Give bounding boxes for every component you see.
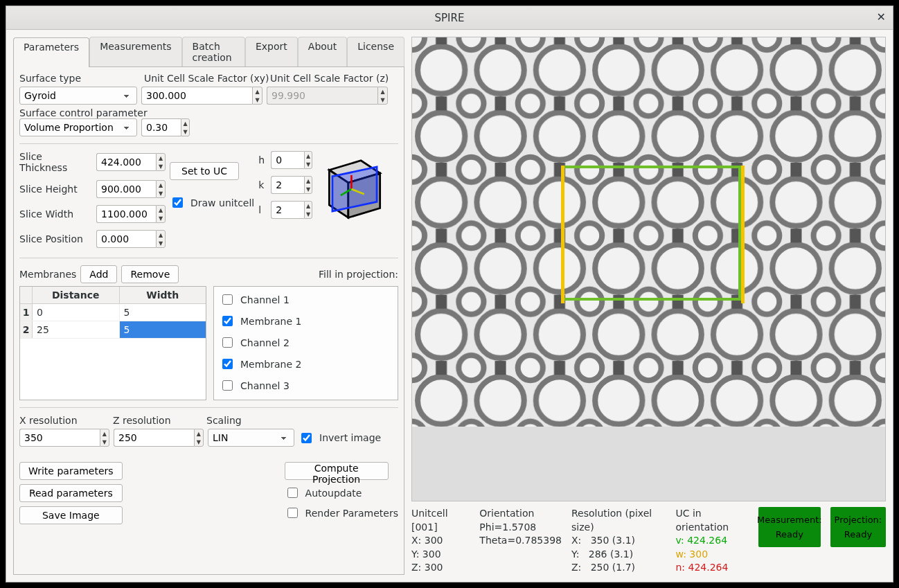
h-spin[interactable]: ▲▼ (271, 151, 312, 169)
surface-type-select[interactable]: Gyroid (19, 87, 137, 105)
tab-parameters[interactable]: Parameters (13, 37, 89, 67)
parameters-panel: Surface type Unit Cell Scale Factor (xy)… (13, 67, 404, 575)
write-params-button[interactable]: Write parameters (19, 462, 123, 480)
k-spin[interactable]: ▲▼ (271, 176, 312, 194)
uc-z-spin: ▲▼ (267, 87, 388, 105)
l-spin[interactable]: ▲▼ (271, 201, 312, 219)
channel1-check[interactable] (222, 294, 233, 305)
autoupdate-check[interactable] (287, 488, 298, 498)
surface-type-label: Surface type (19, 73, 144, 84)
h-label: h (258, 154, 267, 166)
zres-label: Z resolution (113, 415, 206, 426)
channel2-check[interactable] (222, 337, 233, 348)
down-icon: ▼ (378, 96, 387, 104)
table-row[interactable]: 1 0 5 (20, 304, 206, 321)
measurement-status-badge: Measurement: Ready (758, 507, 821, 547)
membrane-remove-button[interactable]: Remove (121, 265, 179, 283)
compute-projection-button[interactable]: Compute Projection (285, 462, 389, 480)
slice-width-spin[interactable]: ▲▼ (96, 205, 166, 223)
tab-measurements[interactable]: Measurements (89, 37, 181, 66)
l-label: l (258, 204, 267, 215)
close-icon[interactable]: ✕ (877, 10, 886, 24)
col-width: Width (120, 287, 206, 303)
slice-width-label: Slice Width (19, 208, 92, 220)
up-icon[interactable]: ▲ (253, 87, 262, 96)
slice-height-label: Slice Height (19, 184, 92, 195)
status-bar: Unitcell [001] X: 300 Y: 300 Z: 300 Orie… (411, 501, 886, 575)
scaling-select[interactable]: LIN (208, 429, 294, 447)
uc-title: Unitcell [001] (411, 507, 470, 534)
membranes-label: Membranes (19, 269, 76, 280)
unitcell-overlay (561, 166, 741, 301)
surface-ctrl-select[interactable]: Volume Proportion (19, 118, 137, 136)
zres-spin[interactable]: ▲▼ (114, 429, 204, 447)
up-icon[interactable]: ▲ (181, 119, 189, 127)
k-label: k (258, 179, 267, 190)
projection-preview (411, 37, 886, 501)
tab-license[interactable]: License (347, 37, 404, 66)
tab-about[interactable]: About (298, 37, 347, 66)
draw-unitcell-check[interactable] (172, 197, 183, 208)
slice-position-spin[interactable]: ▲▼ (96, 230, 166, 248)
membranes-table[interactable]: Distance Width 1 0 5 2 25 5 (19, 286, 206, 400)
uc-xy-spin[interactable]: ▲▼ (141, 87, 262, 105)
slice-height-spin[interactable]: ▲▼ (96, 180, 166, 198)
tabs: Parameters Measurements Batch creation E… (13, 37, 404, 67)
uc-xy-label: Unit Cell Scale Factor (xy) (144, 73, 270, 84)
surface-ctrl-input[interactable] (141, 118, 181, 136)
down-icon[interactable]: ▼ (253, 96, 262, 104)
xres-label: X resolution (19, 415, 113, 426)
uco-title: UC in orientation (676, 507, 749, 534)
uc-z-label: Unit Cell Scale Factor (z) (270, 73, 389, 84)
scaling-label: Scaling (206, 415, 242, 426)
uc-z-input (267, 87, 377, 105)
col-distance: Distance (33, 287, 120, 303)
membrane1-check[interactable] (222, 316, 233, 326)
invert-image-check[interactable] (301, 433, 312, 443)
draw-unitcell-label: Draw unitcell (190, 197, 254, 208)
render-params-check[interactable] (287, 508, 298, 518)
down-icon[interactable]: ▼ (181, 127, 189, 136)
fill-projection-label: Fill in projection: (319, 269, 398, 280)
membrane2-check[interactable] (222, 359, 233, 369)
slice-thickness-spin[interactable]: ▲▼ (96, 153, 166, 171)
uc-xy-input[interactable] (141, 87, 252, 105)
save-image-button[interactable]: Save Image (19, 506, 123, 524)
unitcell-overlay-right (741, 166, 745, 303)
channel3-check[interactable] (222, 380, 233, 391)
membrane-add-button[interactable]: Add (80, 265, 117, 283)
set-to-uc-button[interactable]: Set to UC (170, 162, 239, 180)
titlebar: SPIRE ✕ (6, 6, 893, 30)
tab-batch[interactable]: Batch creation (182, 37, 245, 66)
fill-projection-pane: Channel 1 Membrane 1 Channel 2 Membrane … (213, 286, 398, 400)
window-title: SPIRE (435, 12, 465, 24)
up-icon: ▲ (378, 87, 387, 96)
slice-thickness-label: Slice Thickness (19, 151, 92, 173)
unitcell-cube-icon (317, 151, 393, 251)
res-title: Resolution (pixel size) (571, 507, 666, 534)
tab-export[interactable]: Export (245, 37, 298, 66)
surface-ctrl-num[interactable]: ▲▼ (141, 118, 190, 136)
slice-position-label: Slice Position (19, 233, 92, 244)
projection-status-badge: Projection: Ready (830, 507, 886, 547)
surface-ctrl-label: Surface control parameter (19, 107, 148, 118)
table-row[interactable]: 2 25 5 (20, 321, 206, 339)
unitcell-overlay-left (561, 166, 564, 303)
read-params-button[interactable]: Read parameters (19, 484, 123, 502)
app-window: SPIRE ✕ Parameters Measurements Batch cr… (6, 6, 893, 582)
xres-spin[interactable]: ▲▼ (19, 429, 109, 447)
orient-title: Orientation (479, 507, 562, 521)
